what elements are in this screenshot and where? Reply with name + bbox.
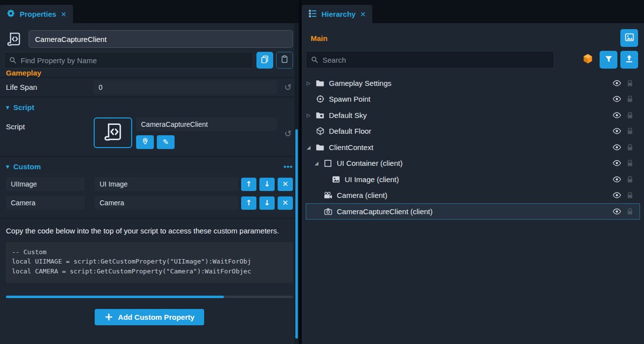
script-property-row: Script CameraCaptureClient ✎ ↺ bbox=[0, 115, 299, 156]
tree-row[interactable]: UI Image (client) bbox=[306, 171, 640, 188]
hierarchy-search-field[interactable] bbox=[306, 51, 554, 69]
hierarchy-header: Main bbox=[311, 29, 638, 47]
sky-folder-icon bbox=[315, 112, 325, 119]
tree-row[interactable]: ◢ ClientContext bbox=[306, 139, 640, 155]
close-icon[interactable]: ✕ bbox=[61, 10, 67, 18]
visibility-eye-icon[interactable] bbox=[612, 144, 621, 151]
collapse-arrow-icon[interactable]: ▼ bbox=[6, 105, 9, 110]
custom-value-input[interactable] bbox=[95, 196, 238, 210]
script-asset-button[interactable] bbox=[94, 117, 132, 148]
visibility-eye-icon[interactable] bbox=[612, 128, 621, 134]
tree-row[interactable]: Camera (client) bbox=[306, 188, 640, 204]
custom-value-input[interactable] bbox=[95, 177, 238, 191]
expand-arrow-icon[interactable]: ▷ bbox=[307, 113, 315, 118]
vertical-scrollbar[interactable] bbox=[294, 23, 299, 344]
folder-icon bbox=[315, 144, 325, 151]
script-icon bbox=[103, 121, 123, 144]
scrollbar-thumb[interactable] bbox=[295, 129, 298, 339]
template-button[interactable] bbox=[620, 29, 638, 47]
paste-properties-button[interactable] bbox=[276, 52, 293, 69]
filter-button[interactable] bbox=[600, 51, 617, 69]
tree-row[interactable]: ▷ Gameplay Settings bbox=[306, 75, 640, 91]
lock-icon[interactable] bbox=[627, 95, 633, 103]
collapse-arrow-icon[interactable]: ◢ bbox=[315, 160, 322, 166]
package-button[interactable] bbox=[579, 51, 597, 69]
visibility-eye-icon[interactable] bbox=[612, 160, 621, 166]
scene-name-label: Main bbox=[311, 34, 327, 42]
custom-section-header[interactable]: ▼ Custom ••• bbox=[0, 156, 299, 175]
object-name-input[interactable] bbox=[29, 30, 293, 48]
tree-row[interactable]: ▷ Default Sky bbox=[306, 107, 640, 123]
custom-menu-icon[interactable]: ••• bbox=[284, 162, 293, 171]
custom-name-input[interactable] bbox=[6, 196, 85, 210]
collapse-arrow-icon[interactable]: ◢ bbox=[307, 145, 315, 150]
visibility-eye-icon[interactable] bbox=[612, 112, 621, 118]
filter-icon bbox=[605, 55, 613, 65]
export-button[interactable] bbox=[620, 51, 638, 69]
move-up-button[interactable]: ↑ bbox=[241, 178, 256, 191]
script-row-label: Script bbox=[6, 117, 94, 131]
close-icon[interactable]: ✕ bbox=[360, 10, 366, 18]
tree-row[interactable]: ◢ UI Container (client) bbox=[306, 155, 640, 172]
tree-row[interactable]: Spawn Point bbox=[306, 91, 640, 108]
code-line: -- Custom bbox=[12, 247, 287, 257]
delete-property-button[interactable]: ✕ bbox=[278, 196, 293, 210]
edit-script-button[interactable]: ✎ bbox=[157, 135, 175, 149]
horizontal-scrollbar[interactable] bbox=[6, 296, 293, 298]
visibility-eye-icon[interactable] bbox=[612, 96, 621, 102]
move-down-button[interactable]: ↓ bbox=[259, 178, 275, 191]
tree-item-label: Camera (client) bbox=[337, 191, 388, 199]
tab-hierarchy[interactable]: Hierarchy ✕ bbox=[302, 5, 372, 23]
lock-icon[interactable] bbox=[627, 79, 633, 87]
properties-header bbox=[0, 23, 299, 48]
custom-name-input[interactable] bbox=[6, 177, 85, 191]
visibility-eye-icon[interactable] bbox=[612, 176, 621, 183]
visibility-eye-icon[interactable] bbox=[612, 208, 621, 215]
script-section-label: Script bbox=[13, 103, 35, 112]
lock-icon[interactable] bbox=[627, 191, 633, 199]
lock-icon[interactable] bbox=[627, 176, 633, 183]
life-span-input[interactable] bbox=[94, 80, 277, 94]
divider bbox=[0, 218, 299, 219]
folder-icon bbox=[315, 79, 325, 87]
scrollbar-thumb[interactable] bbox=[6, 296, 224, 298]
add-custom-property-label: Add Custom Property bbox=[118, 313, 194, 321]
hierarchy-tree: ▷ Gameplay Settings Spawn Point ▷ Defaul… bbox=[302, 75, 644, 220]
tab-properties[interactable]: Properties ✕ bbox=[0, 5, 73, 23]
hierarchy-search-input[interactable] bbox=[322, 56, 549, 64]
move-up-button[interactable]: ↑ bbox=[241, 196, 256, 210]
script-section-header[interactable]: ▼ Script bbox=[0, 97, 299, 115]
properties-panel: Properties ✕ Gameplay Lif bbox=[0, 0, 299, 344]
custom-code-snippet: -- Customlocal UIIMAGE = script:GetCusto… bbox=[6, 242, 293, 283]
script-value-column: CameraCaptureClient ✎ bbox=[136, 117, 277, 149]
visibility-eye-icon[interactable] bbox=[612, 192, 621, 198]
property-search-input[interactable] bbox=[21, 56, 248, 65]
move-down-button[interactable]: ↓ bbox=[259, 196, 275, 210]
script-value-field[interactable]: CameraCaptureClient bbox=[136, 117, 277, 131]
visibility-eye-icon[interactable] bbox=[612, 80, 621, 86]
hierarchy-toolbar bbox=[579, 51, 638, 69]
lock-icon[interactable] bbox=[627, 159, 633, 167]
lock-icon[interactable] bbox=[627, 127, 633, 135]
custom-section-label: Custom bbox=[13, 162, 41, 171]
lock-icon[interactable] bbox=[627, 144, 633, 151]
search-icon bbox=[9, 57, 16, 64]
tree-row[interactable]: Default Floor bbox=[306, 123, 640, 140]
gear-icon bbox=[6, 9, 15, 20]
properties-tabbar: Properties ✕ bbox=[0, 0, 299, 23]
lock-icon[interactable] bbox=[627, 112, 633, 119]
script-type-icon bbox=[4, 30, 24, 48]
tree-item-label: Default Sky bbox=[329, 111, 367, 119]
package-icon bbox=[582, 53, 594, 67]
add-custom-property-button[interactable]: + Add Custom Property bbox=[95, 309, 205, 325]
copy-properties-button[interactable] bbox=[256, 52, 273, 69]
gameplay-section-header: Gameplay bbox=[0, 70, 299, 77]
delete-property-button[interactable]: ✕ bbox=[278, 178, 293, 191]
collapse-arrow-icon[interactable]: ▼ bbox=[6, 164, 9, 169]
find-in-scene-button[interactable] bbox=[136, 135, 154, 149]
expand-arrow-icon[interactable]: ▷ bbox=[307, 80, 315, 86]
lock-icon[interactable] bbox=[627, 208, 633, 215]
tree-row-selected[interactable]: CameraCaptureClient (client) bbox=[306, 203, 640, 220]
property-search-row bbox=[0, 48, 299, 69]
property-search-field[interactable] bbox=[4, 52, 253, 69]
